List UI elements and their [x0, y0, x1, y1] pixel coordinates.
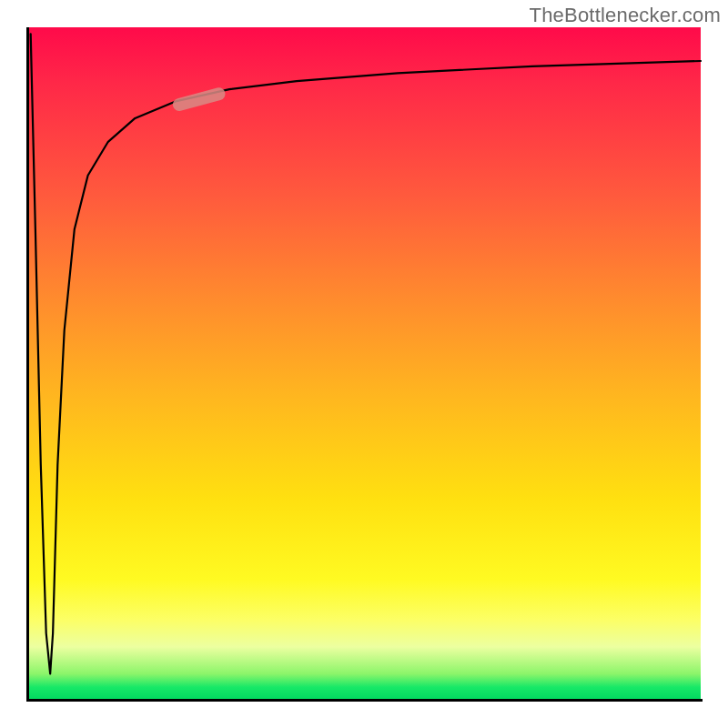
bottleneck-curve — [31, 34, 701, 673]
attribution-label: TheBottlenecker.com — [530, 4, 721, 27]
chart-stage: TheBottlenecker.com — [0, 0, 728, 728]
highlight-marker-icon — [171, 86, 227, 113]
curve-layer — [27, 27, 701, 701]
